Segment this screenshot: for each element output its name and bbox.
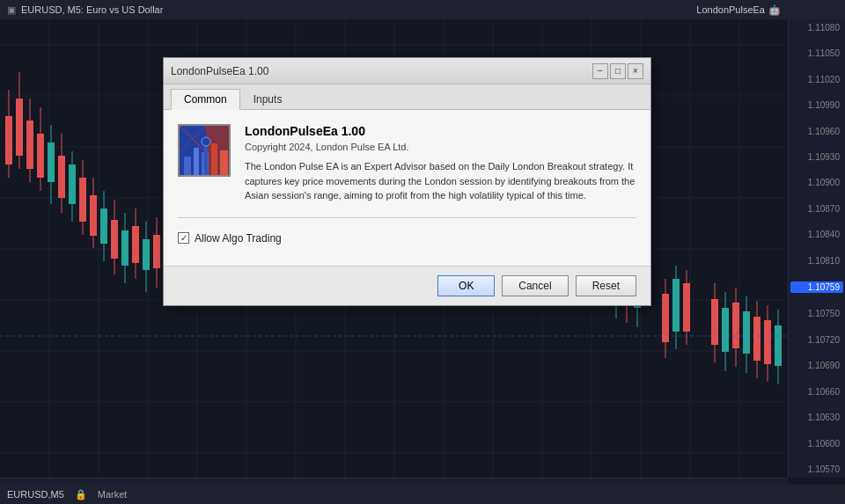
svg-rect-79 bbox=[711, 299, 718, 345]
price-7: 1.10900 bbox=[790, 178, 843, 187]
price-18: 1.10570 bbox=[790, 464, 843, 474]
dialog-title: LondonPulseEa 1.00 bbox=[171, 65, 592, 77]
svg-rect-25 bbox=[5, 116, 12, 164]
svg-rect-96 bbox=[184, 157, 191, 177]
svg-rect-100 bbox=[220, 150, 228, 177]
tab-inputs[interactable]: Inputs bbox=[240, 89, 296, 110]
ea-copyright: Copyright 2024, London Pulse EA Ltd. bbox=[245, 142, 636, 152]
tab-inputs-label: Inputs bbox=[254, 93, 283, 106]
allow-algo-trading-label: Allow Algo Trading bbox=[195, 232, 282, 245]
allow-algo-trading-checkbox[interactable] bbox=[178, 232, 189, 244]
tab-common-label: Common bbox=[184, 93, 227, 106]
ea-details: LondonPulseEa 1.00 Copyright 2024, Londo… bbox=[245, 124, 636, 203]
price-10: 1.10810 bbox=[790, 256, 843, 266]
price-16: 1.10630 bbox=[790, 413, 843, 422]
allow-algo-trading-row: Allow Algo Trading bbox=[178, 225, 636, 252]
symbol-label: EURUSD,M5 bbox=[7, 489, 64, 500]
price-17: 1.10600 bbox=[790, 439, 843, 449]
price-5: 1.10960 bbox=[790, 127, 843, 136]
close-button[interactable]: × bbox=[628, 63, 643, 79]
separator bbox=[178, 217, 636, 218]
svg-rect-35 bbox=[58, 156, 65, 198]
lock-icon: 🔒 bbox=[75, 489, 87, 500]
dialog-footer: OK Cancel Reset bbox=[164, 266, 650, 305]
dialog-controls: − □ × bbox=[592, 63, 643, 79]
price-15: 1.10660 bbox=[790, 387, 843, 397]
price-1: 1.11080 bbox=[790, 23, 843, 33]
price-14: 1.10690 bbox=[790, 361, 843, 370]
price-2: 1.11050 bbox=[790, 48, 843, 58]
svg-rect-91 bbox=[775, 325, 782, 366]
price-4: 1.10990 bbox=[790, 100, 843, 110]
maximize-button[interactable]: □ bbox=[610, 63, 626, 79]
svg-rect-43 bbox=[100, 208, 107, 244]
ea-name-display: LondonPulseEa 1.00 bbox=[245, 124, 636, 138]
svg-rect-49 bbox=[132, 226, 139, 263]
svg-rect-31 bbox=[37, 134, 44, 178]
ea-description: The London Pulse EA is an Expert Advisor… bbox=[245, 159, 636, 203]
svg-rect-75 bbox=[672, 279, 680, 332]
price-8: 1.10870 bbox=[790, 204, 843, 214]
dialog-titlebar[interactable]: LondonPulseEa 1.00 − □ × bbox=[164, 58, 650, 84]
svg-rect-81 bbox=[722, 308, 729, 352]
svg-rect-97 bbox=[194, 148, 199, 177]
chart-icon: ▣ bbox=[7, 4, 16, 16]
reset-button[interactable]: Reset bbox=[576, 275, 636, 296]
ea-icon-svg bbox=[180, 126, 231, 177]
cancel-button[interactable]: Cancel bbox=[502, 275, 568, 296]
svg-rect-41 bbox=[90, 195, 97, 236]
svg-rect-77 bbox=[683, 283, 690, 332]
svg-point-102 bbox=[202, 137, 210, 146]
dialog-tabs: Common Inputs bbox=[164, 84, 650, 110]
ea-name-text: LondonPulseEa bbox=[696, 4, 765, 15]
svg-rect-87 bbox=[753, 317, 760, 361]
svg-rect-29 bbox=[26, 121, 33, 169]
status-bar: EURUSD,M5 🔒 Market bbox=[0, 485, 845, 504]
chart-title: EURUSD, M5: Euro vs US Dollar bbox=[21, 4, 163, 15]
svg-rect-51 bbox=[143, 239, 150, 270]
svg-rect-47 bbox=[121, 230, 129, 266]
price-9: 1.10840 bbox=[790, 230, 843, 239]
svg-rect-85 bbox=[743, 311, 750, 354]
svg-rect-39 bbox=[79, 178, 86, 222]
price-12: 1.10750 bbox=[790, 309, 843, 318]
svg-rect-53 bbox=[153, 235, 160, 268]
svg-rect-99 bbox=[211, 143, 217, 177]
market-label: Market bbox=[98, 489, 128, 500]
svg-rect-89 bbox=[764, 320, 771, 364]
tab-common[interactable]: Common bbox=[171, 89, 240, 110]
ea-icon-image bbox=[178, 124, 231, 177]
svg-rect-33 bbox=[48, 142, 55, 182]
price-13: 1.10720 bbox=[790, 335, 843, 345]
current-price: 1.10759 bbox=[790, 281, 843, 293]
ok-button[interactable]: OK bbox=[437, 275, 495, 296]
svg-rect-37 bbox=[69, 164, 76, 204]
ea-info: LondonPulseEa 1.00 Copyright 2024, Londo… bbox=[178, 124, 636, 203]
price-axis: 1.11080 1.11050 1.11020 1.10990 1.10960 … bbox=[788, 19, 845, 478]
ea-icon: 🤖 bbox=[768, 4, 781, 16]
ea-label: LondonPulseEa 🤖 bbox=[689, 0, 788, 19]
minimize-button[interactable]: − bbox=[592, 63, 608, 79]
svg-rect-27 bbox=[16, 99, 23, 156]
dialog: LondonPulseEa 1.00 − □ × Common Inputs bbox=[163, 57, 651, 306]
svg-rect-83 bbox=[732, 303, 739, 348]
dialog-body: LondonPulseEa 1.00 Copyright 2024, Londo… bbox=[164, 110, 650, 266]
svg-rect-45 bbox=[111, 220, 118, 259]
svg-rect-73 bbox=[662, 294, 669, 342]
price-3: 1.11020 bbox=[790, 75, 843, 84]
price-6: 1.10930 bbox=[790, 152, 843, 162]
